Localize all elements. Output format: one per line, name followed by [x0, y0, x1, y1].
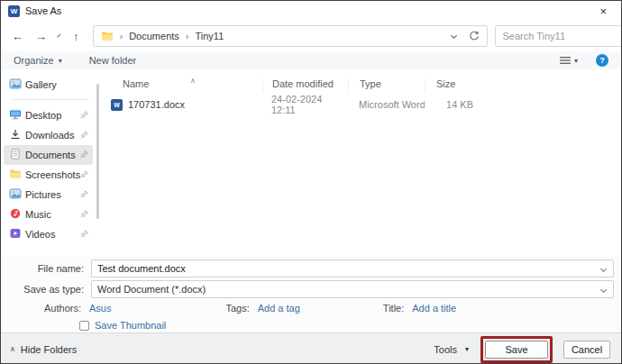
pin-icon[interactable] [80, 190, 88, 198]
pin-icon[interactable] [80, 210, 88, 218]
pin-icon[interactable] [80, 170, 88, 178]
authors-value[interactable]: Asus [89, 303, 111, 314]
save-thumbnail-checkbox[interactable] [79, 321, 89, 331]
sidebar-item-screenshots[interactable]: Screenshots [4, 165, 93, 185]
column-header-name[interactable]: ∧ Name [107, 78, 262, 93]
save-as-dialog: W Save As × ← → ↑ › Documents › Tiny11 [0, 0, 622, 364]
breadcrumb-segment-tiny11[interactable]: Tiny11 [195, 31, 224, 41]
cancel-button[interactable]: Cancel [563, 341, 610, 359]
sidebar-item-desktop[interactable]: Desktop [4, 105, 93, 125]
save-as-type-chevron-icon[interactable] [600, 287, 607, 293]
save-as-type-dropdown[interactable]: Word Document (*.docx) [91, 280, 614, 298]
sidebar-item-documents[interactable]: Documents [4, 145, 93, 165]
sidebar-item-music[interactable]: Music [4, 205, 93, 224]
column-header-date-modified[interactable]: Date modified [262, 78, 348, 93]
dialog-title: Save As [25, 5, 61, 16]
sidebar-item-downloads[interactable]: Downloads [4, 125, 93, 145]
sidebar-label: Music [25, 209, 51, 220]
file-size-cell: 14 KB [425, 99, 488, 110]
recent-locations-chevron-icon[interactable] [57, 33, 60, 37]
sidebar-label: Downloads [25, 130, 74, 141]
authors-label: Authors: [44, 303, 81, 314]
save-thumbnail-row: Save Thumbnail [1, 320, 621, 331]
music-icon [9, 208, 22, 221]
hide-folders-button[interactable]: ∧ Hide Folders [10, 344, 77, 355]
sidebar-label: Desktop [25, 110, 61, 121]
help-icon[interactable]: ? [596, 54, 608, 67]
tags-label: Tags: [225, 303, 249, 314]
documents-icon [9, 149, 22, 161]
breadcrumb-separator: › [120, 31, 123, 41]
back-icon[interactable]: ← [12, 31, 23, 42]
sidebar-scrollbar[interactable] [96, 84, 99, 219]
sidebar-item-videos[interactable]: Videos [4, 224, 93, 244]
pin-icon[interactable] [80, 131, 88, 139]
column-label: Name [123, 78, 149, 89]
sidebar: Gallery Desktop [1, 69, 100, 256]
view-options-button[interactable]: ▾ [560, 56, 578, 65]
address-bar[interactable]: › Documents › Tiny11 [93, 25, 488, 47]
file-name-combobox[interactable] [91, 259, 614, 278]
downloads-icon [9, 129, 22, 141]
close-icon[interactable]: × [592, 5, 614, 18]
refresh-icon[interactable] [469, 31, 480, 41]
column-label: Size [436, 78, 455, 89]
hide-folders-label: Hide Folders [21, 344, 77, 355]
sidebar-divider [12, 99, 89, 100]
add-a-tag-link[interactable]: Add a tag [258, 303, 300, 314]
file-name-input[interactable] [97, 263, 595, 274]
pin-icon[interactable] [80, 230, 88, 238]
title-label: Title: [383, 303, 404, 314]
new-folder-label: New folder [89, 55, 137, 66]
sidebar-item-gallery[interactable]: Gallery [4, 75, 93, 95]
file-name-text: 170731.docx [128, 99, 185, 110]
file-name-cell: W 170731.docx [107, 99, 262, 111]
word-document-icon: W [111, 99, 123, 111]
tools-caret-icon[interactable]: ▾ [465, 345, 469, 353]
folder-icon [9, 168, 22, 181]
add-a-title-link[interactable]: Add a title [412, 303, 456, 314]
organize-button[interactable]: Organize ▾ [14, 55, 62, 66]
column-header-size[interactable]: Size [425, 78, 488, 93]
breadcrumb-separator: › [186, 31, 189, 41]
pin-icon[interactable] [80, 150, 88, 159]
address-dropdown-chevron-icon[interactable] [450, 32, 456, 38]
column-header-row: ∧ Name Date modified Type Size [107, 71, 621, 93]
breadcrumb-segment-documents[interactable]: Documents [129, 31, 179, 41]
red-annotation-box: Save [480, 336, 553, 363]
search-input[interactable] [503, 31, 622, 41]
title-bar: W Save As × [1, 1, 621, 21]
main-area: Gallery Desktop [1, 69, 621, 256]
sort-ascending-icon: ∧ [190, 77, 196, 85]
save-as-type-value: Word Document (*.docx) [97, 284, 206, 295]
file-name-dropdown-chevron-icon[interactable] [600, 266, 607, 272]
folder-icon [101, 31, 114, 41]
new-folder-button[interactable]: New folder [89, 55, 137, 66]
up-icon[interactable]: ↑ [73, 31, 79, 42]
footer-bar: ∧ Hide Folders Tools ▾ Save Cancel [1, 332, 621, 364]
organize-label: Organize [14, 55, 54, 66]
save-as-type-label: Save as type: [1, 284, 91, 295]
word-app-icon: W [8, 5, 20, 17]
sidebar-item-pictures[interactable]: Pictures [4, 185, 93, 205]
metadata-row: Authors: Asus Tags: Add a tag Title: Add… [1, 303, 621, 314]
gallery-icon [9, 78, 22, 91]
view-caret-icon: ▾ [574, 57, 578, 65]
column-label: Type [360, 78, 381, 89]
pin-icon[interactable] [80, 111, 88, 119]
file-name-label: File name: [1, 263, 91, 274]
save-thumbnail-label[interactable]: Save Thumbnail [95, 320, 166, 331]
command-bar: Organize ▾ New folder ▾ ? [1, 51, 621, 69]
file-type-cell: Microsoft Word D... [348, 99, 425, 110]
file-list: ∧ Name Date modified Type Size W 170731.… [100, 69, 621, 256]
form-area: File name: Save as type: Word Document (… [1, 256, 621, 332]
desktop-icon [9, 109, 22, 122]
forward-icon[interactable]: → [35, 31, 47, 42]
videos-icon [9, 228, 22, 241]
navigation-bar: ← → ↑ › Documents › Tiny11 [1, 21, 621, 51]
tools-button[interactable]: Tools [434, 344, 457, 355]
column-header-type[interactable]: Type [348, 78, 425, 93]
save-button[interactable]: Save [485, 341, 548, 359]
file-row[interactable]: W 170731.docx 24-02-2024 12:11 Microsoft… [107, 95, 621, 114]
search-box[interactable] [495, 25, 622, 47]
